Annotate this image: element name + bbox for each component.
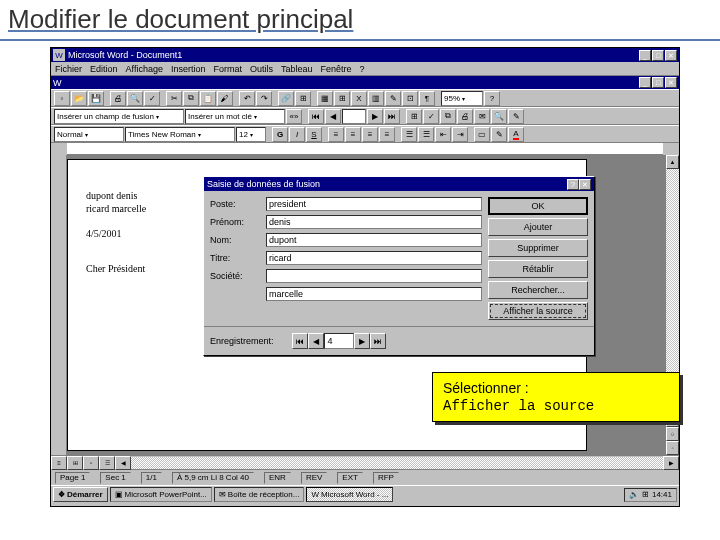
tray-network-icon[interactable]: ⊞ (642, 490, 649, 499)
rechercher-button[interactable]: Rechercher... (488, 281, 588, 299)
borders-icon[interactable]: ▭ (474, 127, 490, 142)
first-record-icon[interactable]: ⏮ (308, 109, 324, 124)
menu-affichage[interactable]: Affichage (126, 64, 163, 74)
input-societe[interactable] (266, 269, 482, 283)
insert-table-icon[interactable]: ⊞ (334, 91, 350, 106)
afficher-source-button[interactable]: Afficher la source (488, 302, 588, 320)
taskbar-item-inbox[interactable]: ✉Boîte de réception... (214, 487, 305, 502)
mail-merge-icon[interactable]: ✉ (474, 109, 490, 124)
tray-volume-icon[interactable]: 🔈 (629, 490, 639, 499)
find-record-icon[interactable]: 🔍 (491, 109, 507, 124)
menu-tableau[interactable]: Tableau (281, 64, 313, 74)
font-combo[interactable]: Times New Roman▾ (125, 127, 235, 142)
tables-icon[interactable]: ▦ (317, 91, 333, 106)
taskbar-item-word[interactable]: WMicrosoft Word - ... (306, 487, 393, 502)
next-page-icon[interactable]: ◦ (666, 441, 679, 455)
menu-outils[interactable]: Outils (250, 64, 273, 74)
preview-icon[interactable]: 🔍 (127, 91, 143, 106)
menu-insertion[interactable]: Insertion (171, 64, 206, 74)
print-icon[interactable]: 🖨 (110, 91, 126, 106)
hscroll-left-icon[interactable]: ◀ (115, 456, 131, 470)
undo-icon[interactable]: ↶ (239, 91, 255, 106)
redo-icon[interactable]: ↷ (256, 91, 272, 106)
style-combo[interactable]: Normal▾ (54, 127, 124, 142)
supprimer-button[interactable]: Supprimer (488, 239, 588, 257)
doc-close-button[interactable]: ✕ (665, 77, 677, 88)
horizontal-scrollbar[interactable] (131, 457, 663, 469)
menu-fichier[interactable]: Fichier (55, 64, 82, 74)
normal-view-icon[interactable]: ≡ (51, 456, 67, 470)
input-poste[interactable]: president (266, 197, 482, 211)
outline-view-icon[interactable]: ☰ (99, 456, 115, 470)
outdent-icon[interactable]: ⇤ (435, 127, 451, 142)
page-view-icon[interactable]: ▫ (83, 456, 99, 470)
taskbar-item-powerpoint[interactable]: ▣Microsoft PowerPoint... (110, 487, 212, 502)
menu-fenetre[interactable]: Fenêtre (321, 64, 352, 74)
merge-to-doc-icon[interactable]: ⧉ (440, 109, 456, 124)
nav-first-icon[interactable]: ⏮ (292, 333, 308, 349)
retablir-button[interactable]: Rétablir (488, 260, 588, 278)
minimize-button[interactable]: _ (639, 50, 651, 61)
columns-icon[interactable]: ▥ (368, 91, 384, 106)
next-record-icon[interactable]: ▶ (367, 109, 383, 124)
numbering-icon[interactable]: ☰ (401, 127, 417, 142)
zoom-combo[interactable]: 95%▾ (441, 91, 483, 106)
doc-maximize-button[interactable]: □ (652, 77, 664, 88)
ok-button[interactable]: OK (488, 197, 588, 215)
check-errors-icon[interactable]: ✓ (423, 109, 439, 124)
open-icon[interactable]: 📂 (71, 91, 87, 106)
excel-icon[interactable]: X (351, 91, 367, 106)
maximize-button[interactable]: □ (652, 50, 664, 61)
save-icon[interactable]: 💾 (88, 91, 104, 106)
hscroll-right-icon[interactable]: ▶ (663, 456, 679, 470)
mail-merge-helper-icon[interactable]: ⊞ (406, 109, 422, 124)
underline-icon[interactable]: S (306, 127, 322, 142)
help-icon[interactable]: ? (484, 91, 500, 106)
font-color-icon[interactable]: A (508, 127, 524, 142)
view-merged-icon[interactable]: «» (286, 109, 302, 124)
align-right-icon[interactable]: ≡ (362, 127, 378, 142)
hyperlink-icon[interactable]: 🔗 (278, 91, 294, 106)
doc-minimize-button[interactable]: _ (639, 77, 651, 88)
menu-help[interactable]: ? (360, 64, 365, 74)
paste-icon[interactable]: 📋 (200, 91, 216, 106)
nav-last-icon[interactable]: ⏭ (370, 333, 386, 349)
prev-record-icon[interactable]: ◀ (325, 109, 341, 124)
bullets-icon[interactable]: ☰ (418, 127, 434, 142)
input-adresse[interactable]: marcelle (266, 287, 482, 301)
highlight-icon[interactable]: ✎ (491, 127, 507, 142)
input-titre[interactable]: ricard (266, 251, 482, 265)
web-toolbar-icon[interactable]: ⊞ (295, 91, 311, 106)
edit-source-icon[interactable]: ✎ (508, 109, 524, 124)
online-view-icon[interactable]: ⊞ (67, 456, 83, 470)
show-hide-icon[interactable]: ¶ (419, 91, 435, 106)
ajouter-button[interactable]: Ajouter (488, 218, 588, 236)
new-icon[interactable]: ▫ (54, 91, 70, 106)
drawing-icon[interactable]: ✎ (385, 91, 401, 106)
browse-object-icon[interactable]: ○ (666, 427, 679, 441)
nav-prev-icon[interactable]: ◀ (308, 333, 324, 349)
cut-icon[interactable]: ✂ (166, 91, 182, 106)
justify-icon[interactable]: ≡ (379, 127, 395, 142)
bold-icon[interactable]: G (272, 127, 288, 142)
system-tray[interactable]: 🔈 ⊞ 14:41 (624, 488, 677, 502)
spell-icon[interactable]: ✓ (144, 91, 160, 106)
insert-word-field-combo[interactable]: Insérer un mot clé▾ (185, 109, 285, 124)
font-size-combo[interactable]: 12▾ (236, 127, 266, 142)
italic-icon[interactable]: I (289, 127, 305, 142)
vertical-ruler[interactable] (51, 155, 67, 455)
align-left-icon[interactable]: ≡ (328, 127, 344, 142)
record-number[interactable] (342, 109, 366, 124)
input-prenom[interactable]: denis (266, 215, 482, 229)
dialog-help-button[interactable]: ? (567, 179, 579, 190)
copy-icon[interactable]: ⧉ (183, 91, 199, 106)
last-record-icon[interactable]: ⏭ (384, 109, 400, 124)
start-button[interactable]: ❖ Démarrer (53, 487, 108, 502)
map-icon[interactable]: ⊡ (402, 91, 418, 106)
nav-record-number[interactable]: 4 (324, 333, 354, 349)
indent-icon[interactable]: ⇥ (452, 127, 468, 142)
format-painter-icon[interactable]: 🖌 (217, 91, 233, 106)
align-center-icon[interactable]: ≡ (345, 127, 361, 142)
nav-next-icon[interactable]: ▶ (354, 333, 370, 349)
insert-merge-field-combo[interactable]: Insérer un champ de fusion▾ (54, 109, 184, 124)
